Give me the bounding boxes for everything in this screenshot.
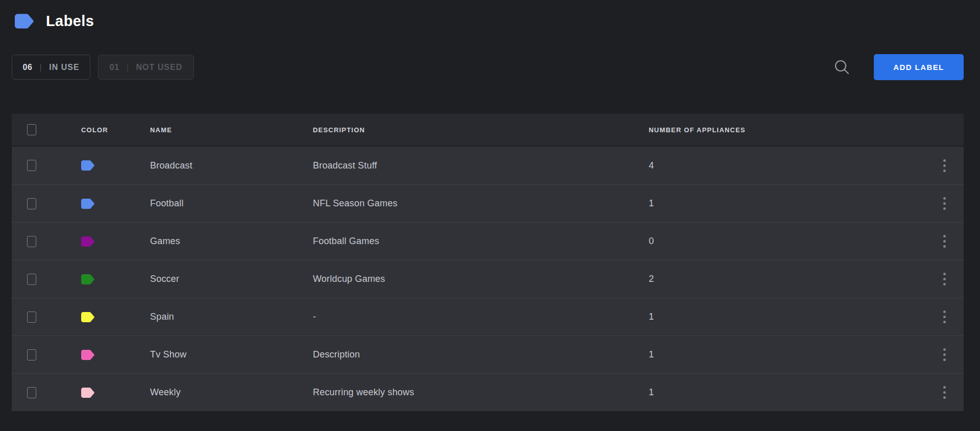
add-label-button[interactable]: ADD LABEL [874,54,964,80]
row-color-cell [81,160,150,171]
row-checkbox[interactable] [27,160,36,171]
table-row: Soccer Worldcup Games 2 [12,260,964,298]
select-all-cell [12,124,81,135]
filter-divider: | [39,63,42,72]
page-title: Labels [46,13,94,30]
row-checkbox-cell [12,387,81,398]
table-row: Games Football Games 0 [12,222,964,260]
row-checkbox[interactable] [27,312,36,323]
row-checkbox-cell [12,160,81,171]
row-color-cell [81,236,150,247]
row-color-cell [81,312,150,322]
appliance-count: 1 [649,387,925,398]
row-checkbox[interactable] [27,387,36,398]
label-color-chip [81,388,94,398]
filter-divider: | [127,63,129,72]
label-name: Weekly [150,387,313,398]
label-color-chip [81,350,94,360]
row-color-cell [81,199,150,209]
row-checkbox[interactable] [27,198,36,209]
table-row: Spain - 1 [12,298,964,336]
appliance-count: 1 [649,198,925,209]
filter-in-use-count: 06 [22,63,32,72]
search-icon [834,59,851,76]
appliance-count: 0 [649,236,925,247]
label-description: - [313,312,649,322]
label-tag-icon [15,13,34,29]
search-button[interactable] [833,58,851,77]
label-description: Broadcast Stuff [313,160,649,171]
table-header-row: COLOR NAME DESCRIPTION NUMBER OF APPLIAN… [12,114,964,146]
filter-not-used[interactable]: 01 | NOT USED [98,55,194,80]
label-color-chip [81,312,94,322]
row-menu-button[interactable] [925,194,964,213]
column-header-name: NAME [150,126,313,134]
row-menu-button[interactable] [925,232,964,251]
row-checkbox[interactable] [27,236,36,247]
label-description: NFL Season Games [313,198,649,209]
label-name: Games [150,236,313,247]
row-menu-button[interactable] [925,383,964,402]
label-name: Spain [150,312,313,322]
filter-not-used-count: 01 [110,63,119,72]
label-color-chip [81,160,94,171]
label-description: Football Games [313,236,649,247]
table-body: Broadcast Broadcast Stuff 4 Football NFL… [12,147,964,411]
label-description: Worldcup Games [313,274,649,284]
appliance-count: 4 [649,160,925,171]
table-row: Broadcast Broadcast Stuff 4 [12,147,964,184]
row-menu-button[interactable] [925,270,964,289]
row-checkbox[interactable] [27,274,36,285]
label-name: Broadcast [150,160,313,171]
table-row: Weekly Recurring weekly shows 1 [12,373,964,411]
row-checkbox-cell [12,198,81,209]
label-color-chip [81,236,94,247]
row-checkbox-cell [12,349,81,361]
row-menu-button[interactable] [925,307,964,326]
labels-page: Labels 06 | IN USE 01 | NOT USED ADD LAB… [0,0,980,431]
appliance-count: 1 [649,349,925,360]
table-row: Tv Show Description 1 [12,336,964,373]
row-menu-button[interactable] [925,156,964,175]
row-color-cell [81,388,150,398]
table-row: Football NFL Season Games 1 [12,184,964,222]
row-checkbox-cell [12,312,81,323]
select-all-checkbox[interactable] [27,124,36,135]
label-name: Soccer [150,274,313,284]
label-color-chip [81,274,94,284]
label-name: Football [150,198,313,209]
toolbar: 06 | IN USE 01 | NOT USED ADD LABEL [12,54,964,80]
appliance-count: 1 [649,312,925,322]
label-description: Description [313,349,649,360]
row-checkbox[interactable] [27,349,36,361]
label-name: Tv Show [150,349,313,360]
column-header-color: COLOR [81,126,150,134]
labels-table: COLOR NAME DESCRIPTION NUMBER OF APPLIAN… [12,114,964,411]
column-header-appliances: NUMBER OF APPLIANCES [649,126,925,134]
label-color-chip [81,199,94,209]
column-header-description: DESCRIPTION [313,126,649,134]
row-color-cell [81,274,150,284]
appliance-count: 2 [649,274,925,284]
filter-in-use-label: IN USE [49,63,79,72]
label-description: Recurring weekly shows [313,387,649,398]
row-color-cell [81,350,150,360]
page-header: Labels [15,13,94,30]
row-menu-button[interactable] [925,345,964,364]
filter-not-used-label: NOT USED [136,63,183,72]
filter-in-use[interactable]: 06 | IN USE [12,55,90,80]
row-checkbox-cell [12,236,81,247]
row-checkbox-cell [12,274,81,285]
